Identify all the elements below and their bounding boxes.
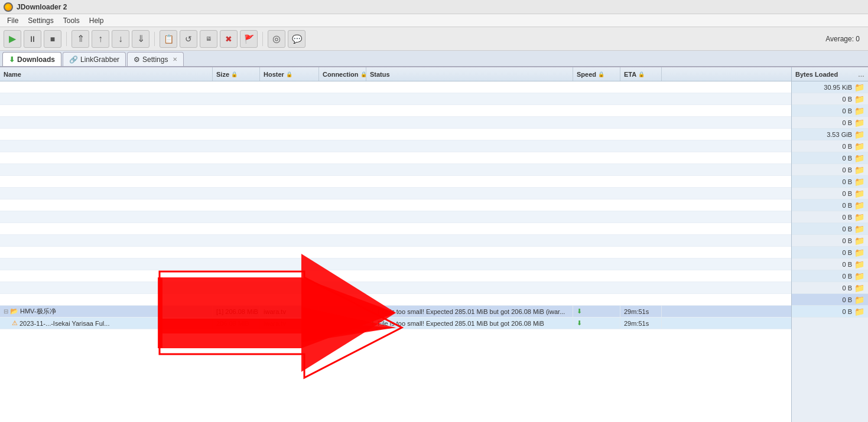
bytes-row: 0 B 📁 [792,235,868,247]
stop-button[interactable]: ■ [44,30,61,48]
tab-linkgrabber-label: LinkGrabber [80,55,119,64]
col-header-hoster[interactable]: Hoster 🔒 [260,67,319,81]
file-eta: 29m:51s [624,320,649,327]
premium-button[interactable]: 🖥 [200,30,217,48]
group-speed-cell: ⬇ [573,306,620,317]
bytes-folder-icon: 📁 [854,201,864,210]
menu-settings[interactable]: Settings [23,15,58,26]
table-row[interactable] [0,259,791,270]
table-row[interactable] [0,164,791,176]
bytes-folder-icon: 📁 [854,130,864,139]
group-hoster-cell: iwara.tv [260,306,319,317]
clipboard-button[interactable]: 📋 [160,30,177,48]
move-top-button[interactable]: ⇑ [71,30,89,48]
table-row[interactable] [0,270,791,282]
group-size-value: 206.08 MiB [225,308,258,315]
table-row[interactable] [0,235,791,247]
tab-settings[interactable]: ⚙ Settings ✕ [127,52,184,66]
col-header-speed[interactable]: Speed 🔒 [573,67,620,81]
settings-tab-icon: ⚙ [134,55,140,64]
bytes-row: 0 B 📁 [792,259,868,270]
group-eta: 29m:51s [624,308,649,315]
file-name-cell: ⚠ 2023-11-...-Isekai Yarisaa Ful... [0,318,213,329]
table-row[interactable] [0,211,791,223]
group-count: [1] [216,308,223,315]
menu-help[interactable]: Help [84,15,109,26]
reconnect-button[interactable]: ↺ [180,30,197,48]
close-settings-tab[interactable]: ✕ [173,56,177,63]
file-status: File is too small! Expected 285.01 MiB b… [378,320,544,327]
file-hoster-cell: iwara.tv [260,318,319,329]
col-header-connection[interactable]: Connection 🔒 [319,67,366,81]
downloads-tab-icon: ⬇ [9,55,15,64]
col-header-name[interactable]: Name [0,67,213,81]
hoster-lock-icon: 🔒 [286,71,292,77]
flag-button[interactable]: 🚩 [240,30,258,48]
bytes-folder-icon: 📁 [854,224,864,234]
table-row[interactable] [0,247,791,259]
pause-button[interactable]: ⏸ [24,30,41,48]
bytes-row: 0 B 📁 [792,93,868,105]
table-row[interactable] [0,294,791,306]
group-name-cell: ⊟ 📂 HMV-极乐净 [0,306,213,317]
table-row[interactable] [0,81,791,93]
bytes-value: 0 B [842,214,852,221]
bytes-value: 0 B [842,143,852,150]
download-group-row[interactable]: ⊟ 📂 HMV-极乐净 [1] 206.08 MiB iwara.tv [0,306,791,318]
toolbar: ▶ ⏸ ■ ⇑ ↑ ↓ ⇓ 📋 ↺ 🖥 ✖ 🚩 ◎ 💬 Average: 0 [0,27,868,51]
bytes-panel: Bytes Loaded … 30.95 KiB 📁 0 B 📁 0 B 📁 0… [791,67,868,422]
file-status-cell: ⬇ File is too small! Expected 285.01 MiB… [366,318,573,329]
bytes-row: 0 B 📁 [792,211,868,223]
table-row[interactable] [0,129,791,140]
remove-button[interactable]: ✖ [220,30,238,48]
table-row[interactable] [0,188,791,199]
table-row[interactable] [0,117,791,129]
bytes-folder-icon: 📁 [854,177,864,187]
bytes-value: 0 B [842,202,852,209]
bubble-button[interactable]: 💬 [288,30,305,48]
bytes-value: 0 B [842,249,852,256]
download-file-row[interactable]: ⚠ 2023-11-...-Isekai Yarisaa Ful... 206.… [0,318,791,329]
bytes-row: 0 B 📁 [792,117,868,129]
col-header-size[interactable]: Size 🔒 [213,67,260,81]
bytes-row: 0 B 📁 [792,176,868,188]
bytes-loaded-label: Bytes Loaded [795,71,838,78]
table-row[interactable] [0,152,791,164]
move-bottom-button[interactable]: ⇓ [132,30,149,48]
table-row[interactable] [0,199,791,211]
menu-tools[interactable]: Tools [58,15,84,26]
table-row[interactable] [0,140,791,152]
bytes-row: 0 B 📁 [792,223,868,235]
eta-lock-icon: 🔒 [638,71,645,77]
bytes-row: 0 B 📁 [792,140,868,152]
table-body: ⊟ 📂 HMV-极乐净 [1] 206.08 MiB iwara.tv [0,81,791,422]
group-status-cell: ⬇ File is too small! Expected 285.01 MiB… [366,306,573,317]
expand-icon[interactable]: ⊟ [4,308,8,315]
table-row[interactable] [0,223,791,235]
bytes-row: 0 B 📁 [792,306,868,318]
col-header-eta[interactable]: ETA 🔒 [620,67,662,81]
tab-linkgrabber[interactable]: 🔗 LinkGrabber [63,52,126,66]
info-button[interactable]: ◎ [268,30,285,48]
bytes-value: 0 B [842,119,852,126]
col-header-status[interactable]: Status [366,67,573,81]
table-row[interactable] [0,105,791,117]
file-speed-cell: ⬇ [573,318,620,329]
play-button[interactable]: ▶ [4,30,21,48]
table-header: Name Size 🔒 Hoster 🔒 Connection 🔒 Status [0,67,791,81]
table-row[interactable] [0,282,791,294]
bytes-row: 0 B 📁 [792,270,868,282]
bytes-folder-icon: 📁 [854,248,864,257]
bytes-row: 0 B 📁 [792,152,868,164]
menu-file[interactable]: File [2,15,23,26]
titlebar: JDownloader 2 [0,0,868,14]
bytes-more-icon[interactable]: … [858,71,864,78]
move-up-button[interactable]: ↑ [92,30,109,48]
table-row[interactable] [0,176,791,188]
speed-indicator: Average: 0 [825,35,864,43]
table-row[interactable] [0,93,791,105]
tab-downloads[interactable]: ⬇ Downloads [2,52,61,66]
move-down-button[interactable]: ↓ [112,30,129,48]
bytes-folder-icon: 📁 [854,153,864,163]
bytes-value: 0 B [842,273,852,280]
